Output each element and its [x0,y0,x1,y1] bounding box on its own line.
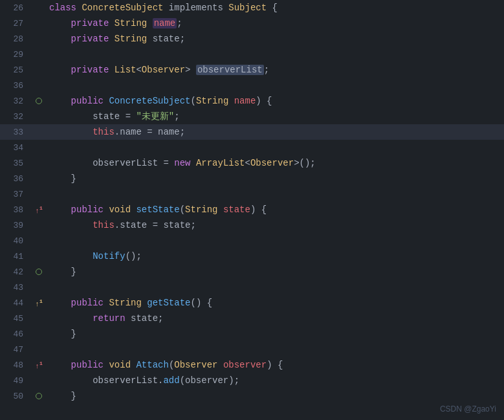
line-number: 29 [0,50,31,60]
line-number: 32 [0,112,31,122]
code-editor: 26 class ConcreteSubject implements Subj… [0,0,504,420]
line-gutter [31,393,47,399]
code-line: 40 [0,233,504,249]
gutter-marker [36,269,42,275]
code-line: 47 [0,342,504,357]
code-line: 39 this.state = state; [0,217,504,233]
code-line: 35 observerList = new ArrayList<Observer… [0,155,504,171]
code-line: 42 } [0,264,504,280]
code-line: 46 } [0,326,504,342]
line-content: return state; [47,311,504,326]
line-content: observerList = new ArrayList<Observer>()… [47,155,504,171]
line-content: private String name; [47,16,504,31]
line-content: public void Attach(Observer observer) { [47,357,504,373]
code-line: 32 state = "未更新"; [0,109,504,124]
line-gutter: ↑1 [31,298,47,308]
code-line: 49 observerList.add(observer); [0,373,504,388]
code-line-highlighted: 33 this.name = name; [0,124,504,140]
line-number: 50 [0,392,31,401]
line-gutter: ↑1 [31,360,47,370]
line-number: 35 [0,159,31,168]
code-line: 41 Notify(); [0,249,504,264]
line-number: 46 [0,329,31,339]
line-number: 26 [0,3,31,13]
line-content: } [47,326,504,342]
line-gutter [31,98,47,104]
gutter-arrow-icon: ↑1 [35,360,42,370]
line-number: 33 [0,127,31,137]
line-number: 39 [0,221,31,230]
line-content: this.name = name; [47,124,504,140]
line-number: 36 [0,174,31,184]
line-content: public void setState(String state) { [47,202,504,217]
line-number: 28 [0,34,31,44]
code-line: 29 [0,47,504,62]
gutter-marker [36,98,42,104]
code-line: 36 [0,78,504,93]
code-line: 48 ↑1 public void Attach(Observer observ… [0,357,504,373]
line-number: 43 [0,283,31,293]
code-lines: 26 class ConcreteSubject implements Subj… [0,0,504,404]
code-line: 25 private List<Observer> observerList; [0,62,504,78]
line-content: observerList.add(observer); [47,373,504,388]
line-content: private String state; [47,31,504,47]
line-number: 36 [0,81,31,91]
line-number: 37 [0,190,31,199]
line-number: 27 [0,19,31,28]
code-line: 45 return state; [0,311,504,326]
line-number: 32 [0,96,31,106]
line-content: } [47,171,504,186]
line-gutter: ↑1 [31,205,47,215]
line-number: 48 [0,360,31,370]
line-content: Notify(); [47,249,504,264]
line-content: public ConcreteSubject(String name) { [47,93,504,109]
code-line: 43 [0,280,504,295]
line-content: public String getState() { [47,295,504,311]
line-content: } [47,388,504,404]
line-number: 41 [0,252,31,261]
code-line: 50 } [0,388,504,404]
code-line: 32 public ConcreteSubject(String name) { [0,93,504,109]
line-content: class ConcreteSubject implements Subject… [47,0,504,16]
code-line: 27 private String name; [0,16,504,31]
gutter-marker [36,393,42,399]
line-number: 38 [0,205,31,215]
gutter-arrow-icon: ↑1 [35,205,42,215]
line-content: private List<Observer> observerList; [47,62,504,78]
watermark: CSDN @ZgaoYi [440,404,496,414]
line-content: this.state = state; [47,217,504,233]
line-number: 45 [0,314,31,324]
line-number: 42 [0,267,31,277]
code-line: 44 ↑1 public String getState() { [0,295,504,311]
line-number: 44 [0,298,31,308]
line-gutter [31,269,47,275]
line-number: 25 [0,65,31,75]
gutter-arrow-yellow-icon: ↑1 [35,298,42,308]
line-number: 47 [0,345,31,355]
code-line: 36 } [0,171,504,186]
code-line: 28 private String state; [0,31,504,47]
line-content: state = "未更新"; [47,109,504,124]
line-number: 34 [0,143,31,153]
line-number: 40 [0,236,31,246]
code-line: 26 class ConcreteSubject implements Subj… [0,0,504,16]
line-content: } [47,264,504,280]
code-line: 38 ↑1 public void setState(String state)… [0,202,504,217]
code-line: 37 [0,186,504,202]
code-line: 34 [0,140,504,155]
line-number: 49 [0,376,31,386]
